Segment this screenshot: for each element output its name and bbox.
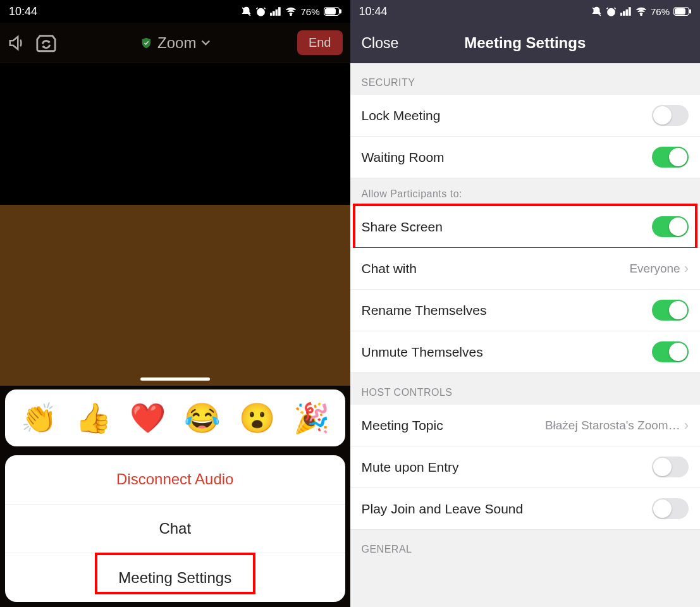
dnd-icon bbox=[591, 6, 602, 17]
row-unmute[interactable]: Unmute Themselves bbox=[350, 331, 701, 373]
row-value: Everyone › bbox=[629, 261, 689, 277]
svg-rect-17 bbox=[689, 9, 691, 13]
svg-point-14 bbox=[641, 14, 642, 15]
status-bar: 10:44 76% bbox=[350, 0, 701, 23]
screen-meeting-settings: 10:44 76% Close Meeting Settings SECURIT… bbox=[350, 0, 701, 607]
section-security: SECURITY bbox=[350, 63, 701, 95]
section-general: GENERAL bbox=[350, 530, 701, 561]
row-meeting-topic[interactable]: Meeting Topic Błażej Starosta's Zoom… › bbox=[350, 405, 701, 446]
svg-rect-2 bbox=[273, 11, 275, 15]
toggle-rename[interactable] bbox=[652, 300, 689, 321]
svg-rect-11 bbox=[623, 11, 625, 15]
disconnect-audio-item[interactable]: Disconnect Audio bbox=[5, 455, 345, 505]
row-label: Play Join and Leave Sound bbox=[362, 501, 653, 517]
close-button[interactable]: Close bbox=[362, 35, 399, 52]
end-button[interactable]: End bbox=[297, 30, 343, 55]
speaker-icon[interactable] bbox=[8, 34, 27, 52]
video-area bbox=[0, 63, 350, 386]
svg-rect-8 bbox=[340, 9, 341, 13]
meeting-settings-item[interactable]: Meeting Settings bbox=[5, 553, 345, 602]
toggle-share-screen[interactable] bbox=[652, 216, 689, 237]
row-label: Rename Themselves bbox=[362, 303, 653, 318]
row-chat-with[interactable]: Chat with Everyone › bbox=[350, 248, 701, 290]
svg-rect-10 bbox=[620, 13, 622, 16]
app-title-text: Zoom bbox=[157, 34, 196, 52]
section-host-controls: HOST CONTROLS bbox=[350, 373, 701, 405]
row-label: Meeting Topic bbox=[362, 418, 545, 433]
svg-rect-16 bbox=[675, 9, 685, 15]
battery-pct: 76% bbox=[300, 6, 319, 17]
more-menu: Disconnect Audio Chat Meeting Settings bbox=[5, 455, 345, 602]
chevron-right-icon: › bbox=[684, 261, 689, 277]
meeting-toolbar: Zoom End bbox=[0, 23, 350, 63]
meeting-title[interactable]: Zoom bbox=[140, 34, 210, 52]
signal-icon bbox=[620, 7, 632, 16]
row-rename[interactable]: Rename Themselves bbox=[350, 290, 701, 331]
status-indicators: 76% bbox=[241, 6, 341, 17]
chevron-right-icon: › bbox=[684, 417, 689, 434]
status-indicators: 76% bbox=[591, 6, 691, 17]
status-bar: 10:44 76% bbox=[0, 0, 350, 23]
row-label: Chat with bbox=[362, 261, 630, 276]
row-label: Lock Meeting bbox=[362, 108, 653, 123]
reaction-heart[interactable]: ❤️ bbox=[130, 401, 166, 435]
row-label: Share Screen bbox=[362, 219, 653, 235]
row-play-sound[interactable]: Play Join and Leave Sound bbox=[350, 488, 701, 530]
reaction-thumbsup[interactable]: 👍 bbox=[75, 401, 111, 435]
reaction-clap[interactable]: 👏 bbox=[21, 401, 57, 435]
row-value: Błażej Starosta's Zoom… › bbox=[545, 417, 689, 434]
reactions-panel: 👏 👍 ❤️ 😂 😮 🎉 bbox=[5, 389, 345, 446]
wifi-icon bbox=[285, 7, 297, 16]
row-waiting-room[interactable]: Waiting Room bbox=[350, 137, 701, 178]
chat-item[interactable]: Chat bbox=[5, 505, 345, 554]
signal-icon bbox=[270, 7, 281, 16]
reaction-wow[interactable]: 😮 bbox=[239, 401, 275, 435]
screen-in-meeting: 10:44 76% Zoom End 👏 👍 ❤️ 😂 😮 🎉 Dis bbox=[0, 0, 350, 607]
toggle-unmute[interactable] bbox=[652, 341, 689, 362]
status-time: 10:44 bbox=[359, 5, 388, 18]
page-title: Meeting Settings bbox=[464, 34, 586, 52]
toggle-mute-entry[interactable] bbox=[652, 457, 689, 477]
row-lock-meeting[interactable]: Lock Meeting bbox=[350, 95, 701, 137]
settings-list[interactable]: SECURITY Lock Meeting Waiting Room Allow… bbox=[350, 63, 701, 561]
status-time: 10:44 bbox=[9, 5, 37, 18]
svg-rect-12 bbox=[626, 9, 628, 15]
wifi-icon bbox=[636, 7, 647, 16]
svg-rect-3 bbox=[276, 9, 278, 15]
row-label: Waiting Room bbox=[362, 150, 653, 165]
reaction-joy[interactable]: 😂 bbox=[184, 401, 220, 435]
toggle-play-sound[interactable] bbox=[652, 498, 689, 519]
battery-icon bbox=[324, 7, 341, 16]
svg-rect-1 bbox=[270, 13, 272, 16]
chevron-down-icon bbox=[201, 39, 210, 47]
svg-rect-7 bbox=[325, 9, 335, 15]
alarm-icon bbox=[606, 6, 617, 17]
toggle-lock-meeting[interactable] bbox=[652, 105, 689, 126]
row-share-screen[interactable]: Share Screen bbox=[350, 206, 701, 248]
switch-camera-icon[interactable] bbox=[35, 34, 57, 52]
reaction-tada[interactable]: 🎉 bbox=[293, 401, 329, 435]
row-label: Unmute Themselves bbox=[362, 345, 653, 360]
section-allow: Allow Participants to: bbox=[350, 178, 701, 206]
svg-point-5 bbox=[290, 14, 292, 15]
battery-icon bbox=[673, 7, 691, 16]
row-mute-entry[interactable]: Mute upon Entry bbox=[350, 446, 701, 488]
row-label: Mute upon Entry bbox=[362, 460, 653, 475]
toggle-waiting-room[interactable] bbox=[652, 147, 689, 168]
svg-rect-13 bbox=[629, 8, 630, 16]
drag-handle-icon[interactable] bbox=[140, 377, 210, 381]
svg-rect-4 bbox=[279, 8, 281, 16]
battery-pct: 76% bbox=[651, 6, 670, 17]
dnd-icon bbox=[241, 6, 252, 17]
settings-header: Close Meeting Settings bbox=[350, 23, 701, 63]
shield-icon bbox=[140, 37, 152, 49]
alarm-icon bbox=[255, 6, 266, 17]
